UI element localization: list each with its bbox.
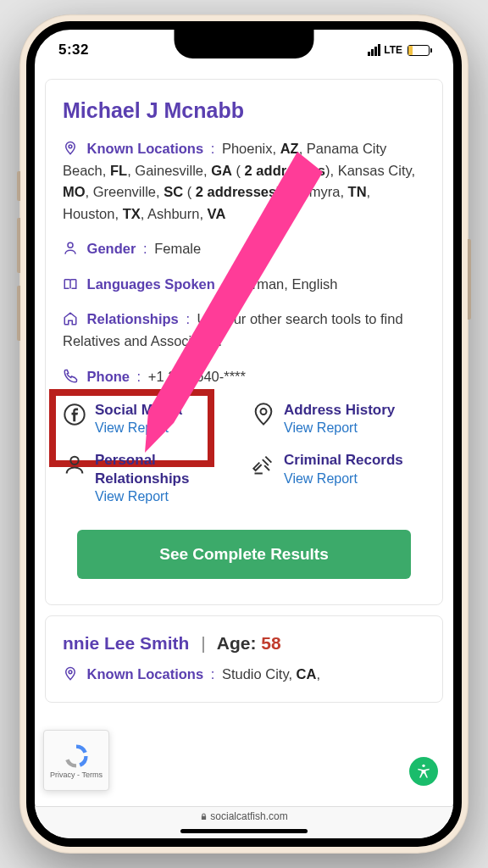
tile-title: Address History <box>284 401 395 419</box>
result-card: Michael J Mcnabb Known Locations : Phoen… <box>45 79 443 605</box>
pin-icon <box>63 141 80 156</box>
relationships-row: Relationships : Use our other search too… <box>63 309 425 352</box>
browser-chrome: socialcatfish.com <box>35 806 453 838</box>
person-name-2[interactable]: nnie Lee Smith <box>63 633 189 653</box>
accessibility-button[interactable] <box>409 757 438 786</box>
home-icon <box>63 311 80 326</box>
known-locations-value-2: Studio City, CA, <box>222 666 320 682</box>
gender-row: Gender : Female <box>63 238 425 260</box>
address-pin-icon <box>252 401 275 436</box>
tile-address-history[interactable]: Address History View Report <box>252 401 425 436</box>
pin-icon <box>63 666 80 682</box>
svg-point-0 <box>69 145 72 148</box>
network-label: LTE <box>384 44 402 56</box>
home-indicator[interactable] <box>180 829 308 833</box>
recaptcha-text: Privacy - Terms <box>50 771 103 779</box>
phone-row: Phone : +1 212-640-**** <box>63 366 425 388</box>
tile-personal-relationships[interactable]: Personal Relationships View Report <box>63 451 236 504</box>
languages-row: Languages Spoken : German, English <box>63 274 425 296</box>
known-locations-row-2: Known Locations : Studio City, CA, <box>63 664 425 686</box>
see-complete-results-button[interactable]: See Complete Results <box>77 530 411 579</box>
gender-label: Gender <box>87 241 136 256</box>
phone-frame: 5:32 LTE Michael J Mcnabb Known Location… <box>19 14 469 854</box>
known-locations-label-2: Known Locations <box>87 666 204 682</box>
age-value: 58 <box>261 633 280 653</box>
svg-point-5 <box>69 670 72 674</box>
person-name[interactable]: Michael J Mcnabb <box>63 98 425 123</box>
user-icon <box>63 451 86 504</box>
tile-title: Criminal Records <box>284 451 403 469</box>
languages-label: Languages Spoken <box>87 276 215 292</box>
phone-notch <box>175 30 314 58</box>
card2-header: nnie Lee Smith | Age: 58 <box>63 633 425 654</box>
phone-screen: 5:32 LTE Michael J Mcnabb Known Location… <box>26 21 462 847</box>
phone-icon <box>63 369 80 384</box>
phone-value: +1 212-640-**** <box>148 369 246 384</box>
gavel-icon <box>252 451 275 504</box>
tile-social-media[interactable]: Social Media View Report <box>63 401 236 436</box>
person-icon <box>63 241 80 256</box>
lock-icon <box>200 812 208 821</box>
relationships-label: Relationships <box>87 311 179 326</box>
url-bar[interactable]: socialcatfish.com <box>200 810 287 822</box>
signal-icon <box>368 44 380 56</box>
svg-point-7 <box>422 765 424 767</box>
book-icon <box>63 276 80 292</box>
result-card-2: nnie Lee Smith | Age: 58 Known Locations… <box>45 615 443 704</box>
facebook-icon <box>63 401 86 436</box>
tile-title: Social Media <box>95 401 182 419</box>
page-content[interactable]: Michael J Mcnabb Known Locations : Phoen… <box>35 70 453 806</box>
battery-icon <box>408 45 430 56</box>
tile-link[interactable]: View Report <box>284 420 395 436</box>
tile-link[interactable]: View Report <box>284 471 403 487</box>
status-indicators: LTE <box>368 44 430 56</box>
status-time: 5:32 <box>58 42 89 58</box>
known-locations-row: Known Locations : Phoenix, AZ, Panama Ci… <box>63 138 425 225</box>
tile-criminal-records[interactable]: Criminal Records View Report <box>252 451 425 504</box>
languages-value: German, English <box>234 276 338 292</box>
tile-title: Personal Relationships <box>95 451 236 487</box>
phone-label: Phone <box>87 369 130 384</box>
tile-link[interactable]: View Report <box>95 489 236 504</box>
tile-grid: Social Media View Report Address History… <box>63 401 425 504</box>
known-locations-label: Known Locations <box>87 141 204 156</box>
recaptcha-badge[interactable]: Privacy - Terms <box>43 730 109 791</box>
age-label: Age: <box>217 633 257 653</box>
tile-link[interactable]: View Report <box>95 420 182 436</box>
gender-value: Female <box>154 241 201 256</box>
svg-point-4 <box>70 457 78 465</box>
url-text: socialcatfish.com <box>210 810 287 822</box>
svg-point-3 <box>261 409 267 415</box>
svg-point-1 <box>68 243 73 248</box>
